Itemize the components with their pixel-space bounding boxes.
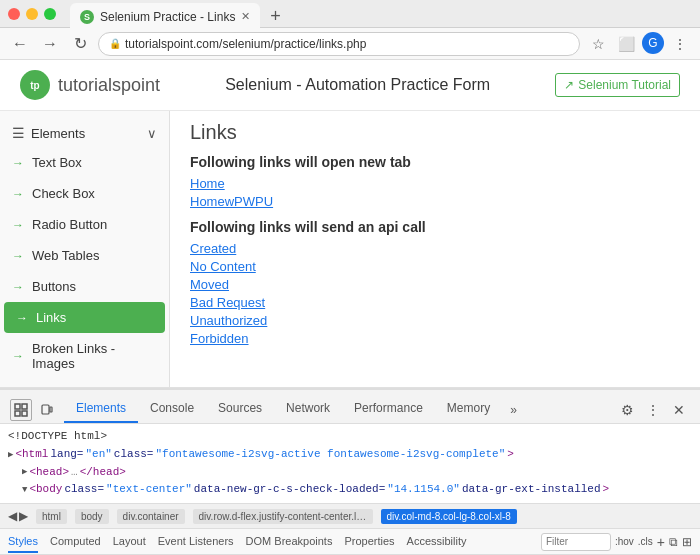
tab-properties[interactable]: Properties — [344, 531, 394, 553]
page-header: tp tutorialspoint Selenium - Automation … — [0, 60, 700, 111]
html-attr-class: class= — [114, 446, 154, 464]
add-style-button[interactable]: + — [657, 534, 665, 550]
bookmark-button[interactable]: ☆ — [586, 32, 610, 56]
tab-elements[interactable]: Elements — [64, 395, 138, 423]
tab-close-button[interactable]: ✕ — [241, 10, 250, 23]
body-tag: <body — [29, 481, 62, 499]
arrow-icon: → — [12, 280, 24, 294]
expand-body-icon[interactable]: ▼ — [22, 483, 27, 497]
address-bar[interactable]: 🔒 tutorialspoint.com/selenium/practice/l… — [98, 32, 580, 56]
breadcrumb-col[interactable]: div.col-md-8.col-lg-8.col-xl-8 — [381, 509, 517, 524]
tab-styles[interactable]: Styles — [8, 531, 38, 553]
sidebar-item-webtables[interactable]: → Web Tables — [0, 240, 169, 271]
html-line-doctype: <!DOCTYPE html> — [8, 428, 692, 446]
tab-sources[interactable]: Sources — [206, 395, 274, 423]
sidebar-item-links[interactable]: → Links — [4, 302, 165, 333]
body-data-attr1: data-new-gr-c-s-check-loaded= — [194, 481, 385, 499]
sidebar-item-label: Web Tables — [32, 248, 99, 263]
link-homewpwpu[interactable]: HomewPWPU — [190, 194, 680, 209]
arrow-icon: → — [16, 311, 28, 325]
tab-computed[interactable]: Computed — [50, 531, 101, 553]
device-toolbar-icon[interactable] — [36, 399, 58, 421]
refresh-button[interactable]: ↻ — [68, 32, 92, 56]
breadcrumb-right-icon[interactable]: ▶ — [19, 509, 28, 523]
expand-icon[interactable]: ▶ — [8, 448, 13, 462]
cls-button[interactable]: .cls — [638, 536, 653, 547]
link-home[interactable]: Home — [190, 176, 680, 191]
hamburger-icon[interactable]: ☰ — [12, 125, 25, 141]
close-button[interactable] — [8, 8, 20, 20]
sidebar-item-brokenlinks[interactable]: → Broken Links - Images — [0, 333, 169, 379]
browser-tab[interactable]: S Selenium Practice - Links ✕ — [70, 3, 260, 31]
sidebar-item-textbox[interactable]: → Text Box — [0, 147, 169, 178]
menu-button[interactable]: ⋮ — [668, 32, 692, 56]
breadcrumb-bar: ◀ ▶ html body div.container div.row.d-fl… — [0, 503, 700, 529]
logo-letter: tp — [30, 80, 39, 91]
html-line-head[interactable]: ▶ <head> … </head> — [8, 464, 692, 482]
body-class-val: "text-center" — [106, 481, 192, 499]
forward-button[interactable]: → — [38, 32, 62, 56]
toggle-icon[interactable]: ⊞ — [682, 535, 692, 549]
close-devtools-icon[interactable]: ✕ — [668, 399, 690, 421]
arrow-icon: → — [12, 156, 24, 170]
sidebar-item-buttons[interactable]: → Buttons — [0, 271, 169, 302]
tab-event-listeners[interactable]: Event Listeners — [158, 531, 234, 553]
head-close-tag: </head> — [80, 464, 126, 482]
page-title: Selenium - Automation Practice Form — [160, 76, 555, 94]
minimize-button[interactable] — [26, 8, 38, 20]
section2-title: Following links will send an api call — [190, 219, 680, 235]
tab-layout[interactable]: Layout — [113, 531, 146, 553]
tab-performance[interactable]: Performance — [342, 395, 435, 423]
tab-network[interactable]: Network — [274, 395, 342, 423]
tab-console[interactable]: Console — [138, 395, 206, 423]
sidebar-item-checkbox[interactable]: → Check Box — [0, 178, 169, 209]
logo-icon: tp — [20, 70, 50, 100]
devtools-panel: Elements Console Sources Network Perform… — [0, 388, 700, 555]
link-forbidden[interactable]: Forbidden — [190, 331, 680, 346]
devtools-html-panel: <!DOCTYPE html> ▶ <html lang="en" class=… — [0, 424, 700, 503]
body-class-attr: class= — [64, 481, 104, 499]
sidebar-item-label: Links — [36, 310, 66, 325]
maximize-button[interactable] — [44, 8, 56, 20]
hov-button[interactable]: :hov — [615, 536, 634, 547]
section1-title: Following links will open new tab — [190, 154, 680, 170]
inspect-element-icon[interactable] — [10, 399, 32, 421]
profile-button[interactable]: G — [642, 32, 664, 54]
link-nocontent[interactable]: No Content — [190, 259, 680, 274]
external-icon: ↗ — [564, 78, 574, 92]
tutorial-link[interactable]: ↗ Selenium Tutorial — [555, 73, 680, 97]
svg-rect-2 — [15, 411, 20, 416]
tab-accessibility[interactable]: Accessibility — [407, 531, 467, 553]
more-options-icon[interactable]: ⋮ — [642, 399, 664, 421]
more-tabs-button[interactable]: » — [502, 397, 525, 423]
expand-head-icon[interactable]: ▶ — [22, 465, 27, 479]
breadcrumb-left-icon[interactable]: ◀ — [8, 509, 17, 523]
html-line-html[interactable]: ▶ <html lang="en" class="fontawesome-i2s… — [8, 446, 692, 464]
html-val-lang: "en" — [85, 446, 111, 464]
devtools-tabs: Elements Console Sources Network Perform… — [0, 390, 700, 424]
styles-filter-input[interactable] — [541, 533, 611, 551]
links-content: Links Following links will open new tab … — [170, 111, 700, 387]
breadcrumb-body[interactable]: body — [75, 509, 109, 524]
back-button[interactable]: ← — [8, 32, 32, 56]
link-moved[interactable]: Moved — [190, 277, 680, 292]
dropdown-icon[interactable]: ∨ — [147, 126, 157, 141]
sidebar-header: ☰ Elements ∨ — [0, 119, 169, 147]
settings-icon[interactable]: ⚙ — [616, 399, 638, 421]
copy-icon[interactable]: ⧉ — [669, 535, 678, 549]
breadcrumb-html[interactable]: html — [36, 509, 67, 524]
html-line-body[interactable]: ▼ <body class="text-center" data-new-gr-… — [8, 481, 692, 499]
new-tab-button[interactable]: + — [264, 6, 286, 28]
link-badrequest[interactable]: Bad Request — [190, 295, 680, 310]
sidebar-item-radiobutton[interactable]: → Radio Button — [0, 209, 169, 240]
nav-bar: ← → ↻ 🔒 tutorialspoint.com/selenium/prac… — [0, 28, 700, 60]
breadcrumb-row[interactable]: div.row.d-flex.justify-content-center.lo… — [193, 509, 373, 524]
extension-button[interactable]: ⬜ — [614, 32, 638, 56]
link-created[interactable]: Created — [190, 241, 680, 256]
tab-dom-breakpoints[interactable]: DOM Breakpoints — [246, 531, 333, 553]
link-unauthorized[interactable]: Unauthorized — [190, 313, 680, 328]
breadcrumb-container[interactable]: div.container — [117, 509, 185, 524]
tab-favicon: S — [80, 10, 94, 24]
arrow-icon: → — [12, 187, 24, 201]
tab-memory[interactable]: Memory — [435, 395, 502, 423]
